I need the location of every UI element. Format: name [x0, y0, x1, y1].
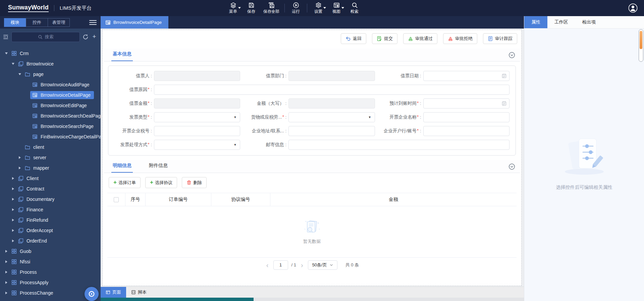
next-page-icon[interactable]: › [300, 262, 305, 268]
expected-arrival-time-input[interactable] [423, 98, 509, 109]
hamburger-menu-icon[interactable] [89, 19, 97, 26]
user-avatar[interactable] [628, 3, 638, 13]
save-all-button[interactable]: 保存全部 [260, 0, 282, 16]
tree-item-detail-page[interactable]: BrrowInvoiceDetailPage [0, 90, 101, 100]
amount-in-words-input[interactable] [288, 98, 375, 109]
designed-page[interactable]: 返回 提交 审批通过 审批拒绝 审计跟踪 基本信息 借票人 借票部门 借票日期 [102, 30, 522, 286]
tree-item-page-folder[interactable]: page [0, 69, 101, 79]
tab-controls[interactable]: 控件 [26, 18, 48, 27]
tab-properties[interactable]: 属性 [524, 16, 547, 28]
menu-button[interactable]: 菜单 [224, 0, 242, 16]
search-input[interactable]: 搜索 [11, 32, 80, 42]
tab-script[interactable]: 脚本 [126, 287, 152, 298]
invoice-handling-select[interactable]: ▼ [154, 140, 240, 150]
tree-item-edit-page[interactable]: BrrowInvoiceEditPage [0, 100, 101, 111]
prev-page-icon[interactable]: ‹ [265, 262, 270, 268]
settings-button[interactable]: 设置 [309, 0, 327, 16]
tab-attachment-info[interactable]: 附件信息 [148, 163, 169, 173]
company-address-contact-input[interactable] [288, 126, 375, 136]
select-order-button[interactable]: +选择订单 [109, 177, 141, 188]
approve-button[interactable]: 审批通过 [403, 33, 437, 44]
page-number-input[interactable]: 1 [273, 260, 288, 270]
tree-item-search-deal-page[interactable]: BrrowInvoiceSearchDealPage [0, 111, 101, 121]
tree-item-guob[interactable]: Guob [0, 246, 101, 256]
select-agreement-button[interactable]: +选择协议 [145, 177, 177, 188]
vertical-scrollbar-thumb[interactable] [640, 31, 642, 49]
locate-current-file-button[interactable] [85, 287, 99, 301]
tree-item-client[interactable]: Client [0, 173, 101, 183]
editor-tab-active[interactable]: BrrowInvoiceDetailPage [101, 16, 168, 29]
tab-page[interactable]: 页面 [101, 287, 126, 298]
borrow-amount-input[interactable] [154, 98, 240, 109]
borrow-date-input[interactable] [423, 71, 509, 81]
company-tax-no-input[interactable] [154, 126, 240, 136]
tree-item-charge-detail-page[interactable]: FinBwinvoiceChargeDetailPage [0, 131, 101, 142]
tab-modules[interactable]: 模块 [4, 18, 26, 27]
caret-right-icon[interactable] [10, 240, 16, 242]
borrower-input[interactable] [154, 71, 240, 81]
borrow-reason-input[interactable] [154, 85, 509, 95]
caret-right-icon[interactable] [10, 198, 16, 201]
back-button[interactable]: 返回 [341, 33, 366, 44]
collapse-chevron-icon[interactable] [508, 163, 515, 170]
company-bank-account-input[interactable] [423, 126, 509, 136]
tab-detail-info[interactable]: 明细信息 [111, 163, 133, 173]
tree-item-client-folder[interactable]: client [0, 142, 101, 152]
tree-item-contract[interactable]: Contract [0, 183, 101, 194]
caret-right-icon[interactable] [10, 219, 16, 221]
tree-item-process[interactable]: Process [0, 267, 101, 277]
goods-tax-service-select[interactable]: ▼ [288, 112, 375, 122]
tree-item-mapper-folder[interactable]: mapper [0, 163, 101, 173]
tree-item-nfssi[interactable]: Nfssi [0, 256, 101, 267]
borrow-dept-input[interactable] [288, 71, 375, 81]
horizontal-scrollbar[interactable] [101, 298, 524, 301]
caret-right-icon[interactable] [17, 167, 23, 169]
invoice-type-select[interactable]: ▼ [154, 112, 240, 122]
retrieve-button[interactable]: 检索 [345, 0, 364, 16]
tab-checkout-items[interactable]: 检出项 [575, 16, 603, 28]
tab-table-management[interactable]: 表管理 [48, 18, 70, 27]
caret-down-icon[interactable] [3, 52, 9, 54]
refresh-icon[interactable] [83, 34, 89, 40]
page-size-select[interactable]: 50条/页 [308, 260, 337, 270]
tab-workspace[interactable]: 工作区 [547, 16, 575, 28]
view-button[interactable]: 视图 [327, 0, 345, 16]
caret-right-icon[interactable] [3, 292, 9, 294]
audit-trail-button[interactable]: 审计跟踪 [483, 33, 517, 44]
tree-item-crm[interactable]: Crm [0, 48, 101, 58]
tree-item-search-page[interactable]: BrrowInvoiceSearchPage [0, 121, 101, 131]
tree-item-server-folder[interactable]: server [0, 152, 101, 163]
tree-item-orderend[interactable]: OrderEnd [0, 235, 101, 246]
caret-down-icon[interactable] [10, 63, 16, 65]
caret-right-icon[interactable] [3, 250, 9, 253]
vertical-scrollbar[interactable] [639, 29, 643, 62]
select-all-checkbox[interactable] [114, 197, 119, 202]
invoicing-company-name-input[interactable] [423, 112, 509, 122]
delete-button[interactable]: 删除 [182, 177, 207, 188]
tab-basic-info[interactable]: 基本信息 [111, 51, 133, 61]
tree-item-audit-page[interactable]: BrrowInvoiceAuditPage [0, 79, 101, 90]
mailing-info-input[interactable] [288, 140, 509, 150]
tree-item-orderaccept[interactable]: OrderAccept [0, 225, 101, 235]
tree-item-processapply[interactable]: ProcessApply [0, 277, 101, 288]
caret-down-icon[interactable] [17, 73, 23, 75]
collapse-chevron-icon[interactable] [508, 52, 515, 58]
caret-right-icon[interactable] [10, 229, 16, 232]
horizontal-scrollbar-thumb[interactable] [101, 298, 254, 301]
submit-button[interactable]: 提交 [372, 33, 397, 44]
run-button[interactable]: 运行 [287, 0, 305, 16]
caret-right-icon[interactable] [10, 177, 16, 180]
tree-item-finrefund[interactable]: FinRefund [0, 215, 101, 225]
reject-button[interactable]: 审批拒绝 [443, 33, 477, 44]
caret-right-icon[interactable] [10, 208, 16, 211]
save-button[interactable]: 保存 [242, 0, 260, 16]
tree-item-documentary[interactable]: Documentary [0, 194, 101, 204]
collapse-tree-icon[interactable] [3, 34, 9, 40]
caret-right-icon[interactable] [3, 271, 9, 273]
caret-right-icon[interactable] [10, 187, 16, 190]
caret-right-icon[interactable] [17, 156, 23, 159]
add-icon[interactable]: + [91, 34, 97, 40]
tree-item-finance[interactable]: Finance [0, 204, 101, 215]
caret-right-icon[interactable] [3, 281, 9, 284]
caret-right-icon[interactable] [3, 260, 9, 263]
